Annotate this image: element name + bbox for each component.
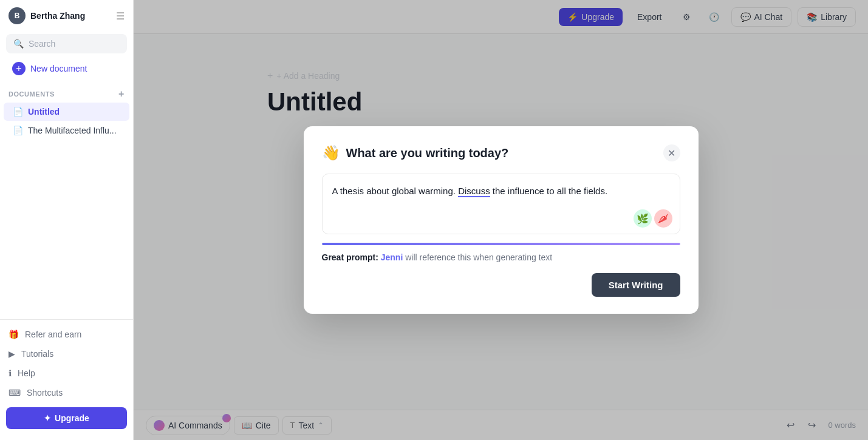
sidebar-bottom: 🎁 Refer and earn ▶ Tutorials ℹ Help ⌨ Sh… (0, 319, 133, 440)
wave-emoji: 👋 (322, 144, 340, 161)
modal-input-text: A thesis about global warming. Discuss t… (332, 184, 670, 198)
prompt-note-suffix: will reference this when generating text (405, 252, 552, 262)
sidebar: B Bertha Zhang ☰ 🔍 Search + New document… (0, 0, 134, 440)
prompt-note-prefix: Great prompt: (322, 252, 378, 262)
sidebar-toggle-icon[interactable]: ☰ (116, 10, 125, 22)
shortcuts-label: Shortcuts (27, 388, 63, 398)
sidebar-item-refer-earn[interactable]: 🎁 Refer and earn (0, 325, 133, 344)
doc-icon-2: 📄 (12, 126, 23, 135)
sidebar-item-tutorials[interactable]: ▶ Tutorials (0, 344, 133, 364)
sidebar-item-shortcuts[interactable]: ⌨ Shortcuts (0, 383, 133, 402)
modal-dialog: 👋 What are you writing today? ✕ A thesis… (304, 126, 699, 314)
modal-prompt-note: Great prompt: Jenni will reference this … (322, 252, 680, 262)
start-writing-button[interactable]: Start Writing (592, 273, 680, 297)
search-icon: 🔍 (13, 39, 24, 49)
doc-icon: 📄 (12, 107, 23, 117)
help-label: Help (18, 368, 35, 378)
sidebar-item-label: Untitled (28, 107, 60, 117)
sidebar-item-multifaceted[interactable]: 📄 The Multifaceted Influ... (4, 121, 129, 140)
sidebar-header: B Bertha Zhang ☰ (0, 0, 133, 32)
modal-header: 👋 What are you writing today? ✕ (322, 144, 680, 161)
modal-green-icon-button[interactable]: 🌿 (634, 209, 652, 228)
search-box[interactable]: 🔍 Search (6, 34, 127, 53)
modal-red-icon-button[interactable]: 🌶 (654, 209, 672, 228)
upgrade-label: Upgrade (55, 413, 89, 423)
new-document-button[interactable]: + New document (6, 58, 127, 79)
highlighted-word: Discuss (458, 186, 490, 197)
modal-overlay[interactable]: 👋 What are you writing today? ✕ A thesis… (134, 0, 868, 440)
documents-section: Documents + (0, 86, 133, 102)
progress-bar-container (322, 243, 680, 245)
modal-close-button[interactable]: ✕ (663, 144, 680, 161)
avatar: B (9, 7, 26, 24)
progress-bar-fill (322, 243, 680, 245)
tutorials-icon: ▶ (9, 349, 15, 359)
documents-list: 📄 Untitled 📄 The Multifaceted Influ... (0, 102, 133, 319)
sidebar-item-untitled[interactable]: 📄 Untitled (4, 103, 129, 121)
modal-input-icons: 🌿 🌶 (634, 209, 672, 228)
modal-title: What are you writing today? (346, 146, 657, 160)
search-label: Search (29, 39, 55, 49)
main-area: ⚡ Upgrade Export ⚙ 🕐 💬 AI Chat 📚 Library… (134, 0, 868, 440)
tutorials-label: Tutorials (21, 349, 53, 359)
refer-earn-label: Refer and earn (25, 330, 81, 339)
add-document-icon[interactable]: + (118, 89, 125, 100)
help-icon: ℹ (9, 368, 12, 378)
refer-earn-icon: 🎁 (9, 330, 19, 339)
new-document-label: New document (30, 64, 87, 73)
sidebar-item-label-2: The Multifaceted Influ... (28, 126, 117, 135)
new-doc-icon: + (12, 62, 26, 75)
modal-input-area[interactable]: A thesis about global warming. Discuss t… (322, 174, 680, 234)
sidebar-item-help[interactable]: ℹ Help (0, 364, 133, 383)
upgrade-sparkle-icon: ✦ (44, 413, 51, 423)
user-name: Bertha Zhang (30, 11, 85, 21)
modal-footer: Start Writing (322, 273, 680, 297)
shortcuts-icon: ⌨ (9, 388, 21, 398)
jenni-name: Jenni (381, 252, 403, 262)
upgrade-button-sidebar[interactable]: ✦ Upgrade (6, 407, 127, 429)
